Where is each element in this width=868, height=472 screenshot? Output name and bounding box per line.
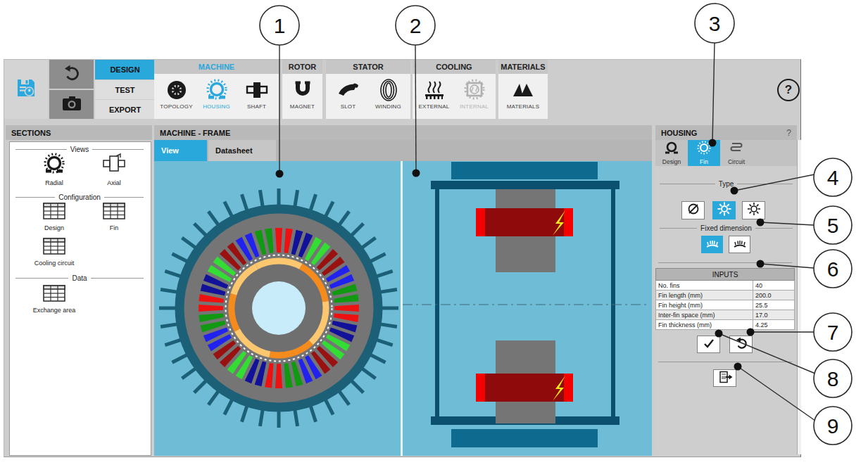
machine-group-title: MACHINE [154,60,279,74]
undo-button[interactable] [49,60,94,89]
materials-group-title: MATERIALS [498,60,548,74]
machine-canvas [154,161,652,456]
exchange-area-label: Exchange area [33,307,76,314]
fin-tab-label: Fin [700,158,708,165]
screenshot-stage: * DESIGN [0,0,868,472]
housing-panel-help[interactable]: ? [786,128,791,138]
toolbar-item-topology[interactable]: TOPOLOGY [157,77,196,110]
toolbar-group-rotor: ROTOR MAGNET [282,60,322,119]
toolbar-item-external-cooling[interactable]: EXTERNAL [415,77,453,110]
fixed-dimension-height-button[interactable] [701,236,723,253]
housing-panel: Design Fin [655,140,797,454]
sidebar-item-cooling-circuit[interactable]: Cooling circuit [23,237,86,267]
design-mode-label: DESIGN [110,65,139,74]
tab-datasheet[interactable]: Datasheet [208,140,276,161]
fin-type-radial-button[interactable] [742,201,765,219]
row-value[interactable]: 40 [753,281,794,290]
toolbar-item-winding[interactable]: WINDING [369,77,408,110]
radial-fin-icon [746,201,762,219]
axial-label: Axial [107,179,121,186]
table-row-fin-length[interactable]: Fin length (mm) 200.0 [655,291,795,300]
svg-text:1: 1 [274,14,286,37]
row-value[interactable]: 4.25 [753,320,794,329]
radial-view[interactable] [154,161,401,456]
table-row-fin-thickness[interactable]: Fin thickness (mm) 4.25 [655,320,795,330]
design-mode-button[interactable]: DESIGN [95,60,155,79]
fin-type-annular-button[interactable] [712,201,736,219]
row-value[interactable]: 200.0 [753,291,794,300]
toolbar-item-internal-cooling[interactable]: INTERNAL [455,77,493,110]
housing-panel-tabs: Design Fin [655,140,797,166]
circuit-tab-icon [729,141,744,158]
toolbar-item-housing[interactable]: HOUSING [197,77,236,110]
table-row-fin-height[interactable]: Fin height (mm) 25.5 [655,300,795,310]
toolbar-item-slot[interactable]: SLOT [329,77,367,110]
design-config-label: Design [44,224,64,231]
axial-cross-section [403,161,652,456]
apply-button[interactable] [697,336,720,353]
sidebar-item-radial[interactable]: Radial [23,153,86,186]
fin-config-label: Fin [110,224,119,231]
fin-tab-icon [696,141,712,158]
type-group-label: Type [660,180,793,188]
export-mode-button[interactable]: EXPORT [95,100,155,119]
test-mode-button[interactable]: TEST [95,80,155,99]
row-value[interactable]: 17.0 [753,310,794,319]
external-cooling-label: EXTERNAL [419,103,450,110]
housing-tab-fin[interactable]: Fin [688,140,720,166]
materials-label: MATERIALS [507,103,540,110]
sidebar-item-fin-config[interactable]: Fin [82,202,146,231]
help-icon: ? [785,83,792,97]
stator-group-title: STATOR [326,60,410,74]
save-button[interactable]: * [4,60,48,119]
row-label: No. fins [656,281,753,290]
tab-view[interactable]: View [154,140,207,161]
axial-view[interactable] [403,161,652,456]
toolbar-item-shaft[interactable]: SHAFT [237,77,276,110]
annular-fin-icon [717,201,732,219]
row-label: Fin height (mm) [656,300,753,310]
no-fin-icon [686,202,700,219]
help-button[interactable]: ? [777,79,800,101]
fin-type-none-button[interactable] [681,201,705,219]
fixed-dimension-text: Fixed dimension [700,224,752,232]
sidebar-item-axial[interactable]: Axial [82,153,146,186]
toolbar-item-magnet[interactable]: MAGNET [283,77,322,110]
reset-icon [735,337,748,352]
check-icon [703,338,715,352]
shaft-icon [246,77,268,103]
svg-text:3: 3 [709,12,721,35]
panel-divider-2 [658,362,792,362]
reset-button[interactable] [729,336,753,353]
screenshot-button[interactable] [49,90,94,119]
configuration-group-label: Configuration [15,193,144,201]
export-icon [717,371,733,386]
type-group-text: Type [719,180,734,188]
tab-datasheet-label: Datasheet [215,146,253,155]
design-tab-label: Design [662,158,681,165]
toolbar-item-materials[interactable]: MATERIALS [501,77,545,110]
export-fin-button[interactable] [713,369,736,387]
row-value[interactable]: 25.5 [753,300,794,310]
data-group-text: Data [72,274,87,282]
housing-tab-design[interactable]: Design [655,140,688,166]
table-row-no-fins[interactable]: No. fins 40 [655,281,795,291]
sidebar-item-exchange-area[interactable]: Exchange area [23,284,86,314]
housing-tab-circuit[interactable]: Circuit [720,140,753,166]
axial-view-icon [102,153,126,178]
sidebar-item-design-config[interactable]: Design [23,202,86,231]
cooling-circuit-label: Cooling circuit [34,260,75,267]
topology-icon [166,77,187,103]
fixed-dimension-space-button[interactable] [729,236,750,253]
view-tabstrip: View Datasheet [154,140,652,161]
toolbar-group-cooling: COOLING EXTERNA [413,60,496,119]
housing-panel-header: HOUSING ? [655,125,797,140]
panel-scrollbar[interactable] [797,140,801,454]
app-window: * DESIGN [4,59,801,457]
svg-text:2: 2 [410,14,422,37]
toolbar-group-materials: MATERIALS MATERIALS [498,60,548,119]
design-tab-icon [664,141,679,158]
svg-text:6: 6 [827,257,839,281]
radial-label: Radial [45,179,63,186]
table-row-inter-fin-space[interactable]: Inter-fin space (mm) 17.0 [655,310,795,320]
